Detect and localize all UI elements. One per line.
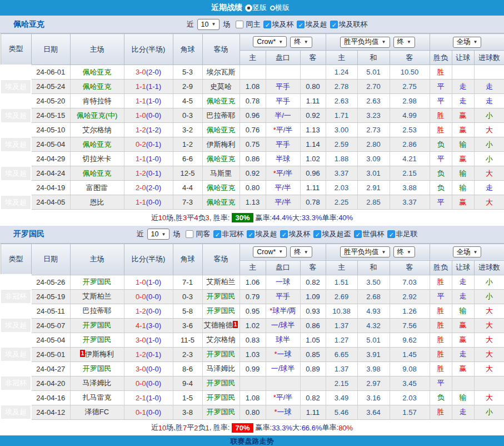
checkbox-unchecked[interactable] <box>236 21 243 28</box>
half-score: (1-2) <box>146 126 161 134</box>
result-cell: 胜 <box>430 123 452 137</box>
avg-away-cell: 3.88 <box>390 181 430 195</box>
subcol-4: 和 <box>357 260 390 275</box>
match-row: 埃及超24-05-11巴拉蒂耶1-2(0-0)5-8开罗国民0.95*球半/两0… <box>1 304 504 318</box>
checkbox-checked-icon[interactable]: ✓ <box>297 21 305 28</box>
footer-text: 赢率: <box>256 423 272 433</box>
avg-home-cell: 1.27 <box>326 333 357 347</box>
checkbox-checked-icon[interactable]: ✓ <box>213 230 221 238</box>
avg-home-cell: 1.71 <box>326 108 357 123</box>
avg-odds-select-label: 胜平负均值 <box>344 247 379 257</box>
chevron-down-icon: ▼ <box>407 39 411 44</box>
odds-provider-select[interactable]: Crow*▼ <box>253 246 287 257</box>
home-cell: 1伊斯梅利 <box>70 347 124 361</box>
chevron-down-icon: ▼ <box>278 39 283 44</box>
checkbox-checked-icon[interactable]: ✓ <box>330 21 338 28</box>
avg-home-cell: 10.38 <box>326 304 357 318</box>
handicap-cell: 平手 <box>266 80 300 94</box>
avg-stage-select-label: 终 <box>397 37 405 47</box>
odds-provider-select[interactable]: Crow*▼ <box>253 36 287 47</box>
handicap-text: 一/球半 <box>271 321 295 329</box>
handicap-cell: 平手 <box>266 94 300 108</box>
handicap-result-text: 赢 <box>460 126 467 134</box>
subcol-5: 客 <box>390 260 430 275</box>
filter-option: 同客 <box>183 229 210 239</box>
home-cell: 佩哈亚克 <box>70 137 124 152</box>
result-text: 平 <box>437 198 445 206</box>
bottom-bar-title[interactable]: 联赛盘路走势 <box>231 437 274 446</box>
chevron-down-icon: ▼ <box>407 250 411 255</box>
half-score: (1-0) <box>146 155 161 163</box>
away-team-name: 艾斯柏兰 <box>207 277 236 286</box>
full-score: 2-0 <box>136 184 146 192</box>
match-count-select[interactable]: 10▼ <box>197 19 220 30</box>
home-team-name: 开罗国民 <box>83 364 112 373</box>
match-row: 埃及超24-05-24佩哈亚克1-1(1-1)2-9史莫哈1.08平手0.802… <box>1 80 504 94</box>
avg-odds-select[interactable]: 胜平负均值▼ <box>340 246 390 257</box>
away-team-name: 开罗国民 <box>207 350 236 358</box>
home-cell: 开罗国民 <box>70 275 124 289</box>
score-cell: 0-2(0-1) <box>124 137 173 152</box>
home-odds-cell: 0.95 <box>239 304 266 318</box>
result-cell: 平 <box>430 376 452 390</box>
home-cell: 富图雷 <box>70 181 124 195</box>
away-cell: 佩哈亚克 <box>202 195 239 210</box>
subcol-1: 盘口 <box>266 51 300 65</box>
result-text: 胜 <box>437 350 445 358</box>
result-text: 负 <box>437 169 445 177</box>
away-team-name: 艾德翰德1 <box>204 321 238 329</box>
half-score: (0-0) <box>146 111 161 120</box>
checkbox-checked-icon[interactable]: ✓ <box>247 230 255 238</box>
away-odds-cell: 0.82 <box>300 390 326 405</box>
match-row: 埃及超24-05-10艾尔格纳1-2(1-2)3-2佩哈亚克0.76*平/半1.… <box>1 123 504 137</box>
handicap-cell: *平/半 <box>266 123 300 137</box>
goals-result-cell: 大 <box>474 123 504 137</box>
checkbox-checked-icon[interactable]: ✓ <box>387 230 395 238</box>
radio-selected[interactable] <box>245 4 252 12</box>
checkbox-checked-icon[interactable]: ✓ <box>280 230 288 238</box>
result-cell: 胜 <box>430 318 452 333</box>
avg-draw-cell: 2.70 <box>357 80 390 94</box>
goals-result-cell: 大 <box>474 166 504 181</box>
score-cell: 3-0(0-0) <box>124 361 173 376</box>
handicap-result-text: 走 <box>460 408 467 416</box>
handicap-cell: 平手 <box>266 137 300 152</box>
corners-cell: 11-5 <box>173 333 202 347</box>
match-row: 非冠杯24-04-27开罗国民3-0(0-0)8-6马泽姆比0.99一/球半0.… <box>1 361 504 376</box>
handicap-result-cell: 输 <box>452 181 474 195</box>
avg-draw-cell: 3.01 <box>357 166 390 181</box>
date-cell: 24-04-29 <box>31 152 70 166</box>
checkbox-checked-icon[interactable]: ✓ <box>313 230 321 238</box>
handicap-result-text: 赢 <box>460 335 467 344</box>
score-cell: 1-2(1-2) <box>124 123 173 137</box>
avg-odds-select[interactable]: 胜平负均值▼ <box>340 37 390 48</box>
handicap-text: 平/半 <box>276 126 293 134</box>
matches-table: 类型 日期 主场 比分(半场) 角球 客场 Crow*▼终▼ 胜平负均值▼终▼ … <box>0 244 504 420</box>
handicap-result-cell: 走 <box>452 94 474 108</box>
checkbox-checked-icon[interactable]: ✓ <box>263 21 271 28</box>
handicap-cell: *一球 <box>266 405 300 419</box>
footer-text: 场,胜 <box>166 423 183 433</box>
avg-stage-select[interactable]: 终▼ <box>393 37 415 48</box>
subcol-1: 盘口 <box>266 260 300 275</box>
half-score: (0-0) <box>146 365 161 373</box>
result-text: 负 <box>437 184 445 192</box>
odds-stage-select[interactable]: 终▼ <box>290 246 312 257</box>
avg-odds-header: 胜平负均值▼终▼ <box>326 34 430 51</box>
avg-stage-select[interactable]: 终▼ <box>393 246 415 257</box>
checkbox-checked-icon[interactable]: ✓ <box>354 230 362 238</box>
date-cell: 24-05-07 <box>31 318 70 333</box>
scope-select[interactable]: 全场▼ <box>453 37 482 48</box>
goals-result-text: 大 <box>486 169 493 177</box>
scope-select[interactable]: 全场▼ <box>453 246 482 257</box>
result-text: 胜 <box>437 68 445 76</box>
half-score: (3-0) <box>146 321 161 330</box>
half-score: (1-0) <box>146 97 161 105</box>
col-score: 比分(半场) <box>124 34 173 65</box>
result-cell: 胜 <box>430 65 452 80</box>
odds-stage-select[interactable]: 终▼ <box>290 37 312 48</box>
radio-unselected[interactable] <box>270 6 275 11</box>
checkbox-unchecked[interactable] <box>186 230 193 238</box>
avg-draw-cell: 3.50 <box>357 275 390 289</box>
match-count-select[interactable]: 10▼ <box>147 229 170 240</box>
